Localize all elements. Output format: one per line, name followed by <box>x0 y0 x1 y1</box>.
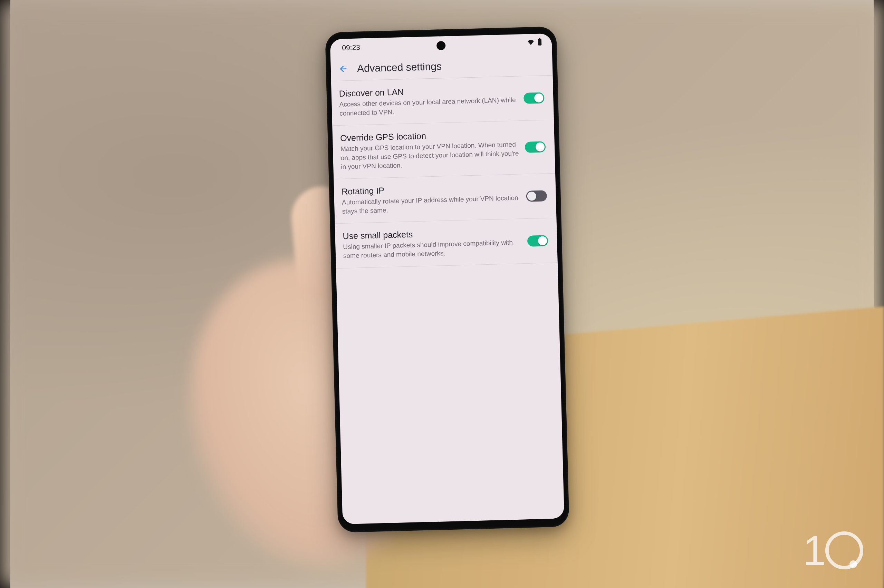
watermark-digit: 1 <box>803 526 823 574</box>
watermark-logo: 1 <box>803 526 863 574</box>
back-button[interactable] <box>337 63 349 75</box>
toggle-knob <box>527 192 536 201</box>
svg-rect-0 <box>539 38 540 39</box>
phone-device: 09:23 Advanced settings Discov <box>325 26 570 532</box>
status-time: 09:23 <box>342 43 360 52</box>
battery-icon <box>537 38 543 47</box>
setting-rotating-ip[interactable]: Rotating IP Automatically rotate your IP… <box>334 174 556 224</box>
toggle-rotating-ip[interactable] <box>526 190 547 202</box>
setting-override-gps[interactable]: Override GPS location Match your GPS loc… <box>332 120 555 179</box>
phone-screen: 09:23 Advanced settings Discov <box>330 33 565 524</box>
setting-discover-lan[interactable]: Discover on LAN Access other devices on … <box>331 76 554 126</box>
setting-description: Access other devices on your local area … <box>339 96 518 118</box>
setting-text: Override GPS location Match your GPS loc… <box>340 129 519 171</box>
setting-description: Match your GPS location to your VPN loca… <box>340 140 519 171</box>
toggle-override-gps[interactable] <box>525 141 546 153</box>
page-title: Advanced settings <box>357 60 442 74</box>
settings-list[interactable]: Discover on LAN Access other devices on … <box>331 76 564 524</box>
toggle-small-packets[interactable] <box>527 235 548 247</box>
toggle-discover-lan[interactable] <box>523 93 544 104</box>
setting-text: Rotating IP Automatically rotate your IP… <box>341 182 520 216</box>
watermark-circle-icon <box>825 531 863 569</box>
setting-small-packets[interactable]: Use small packets Using smaller IP packe… <box>335 218 558 268</box>
toggle-knob <box>534 93 544 103</box>
toggle-knob <box>538 236 547 245</box>
wifi-icon <box>527 39 535 47</box>
setting-text: Discover on LAN Access other devices on … <box>339 84 518 118</box>
toggle-knob <box>535 142 545 152</box>
setting-text: Use small packets Using smaller IP packe… <box>343 227 522 261</box>
svg-rect-1 <box>538 39 541 45</box>
setting-description: Using smaller IP packets should improve … <box>343 238 522 261</box>
arrow-left-icon <box>338 64 349 74</box>
setting-description: Automatically rotate your IP address whi… <box>342 194 520 216</box>
status-icons <box>527 38 543 48</box>
